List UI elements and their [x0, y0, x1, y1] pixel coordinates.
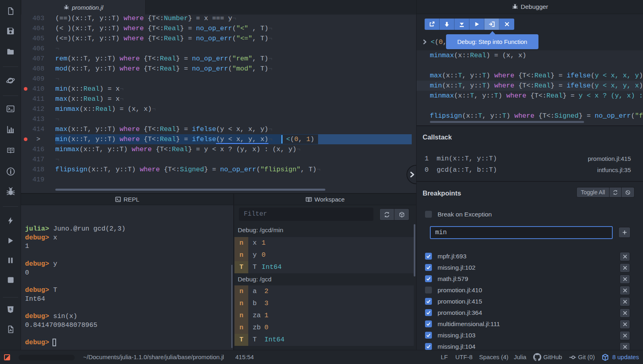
svg-text:5: 5 [10, 307, 12, 311]
